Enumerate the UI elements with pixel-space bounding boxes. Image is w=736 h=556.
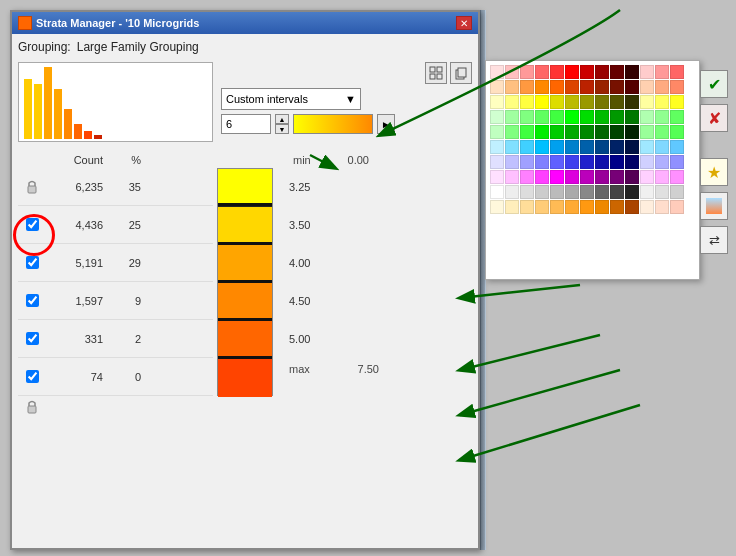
palette-cell[interactable] — [535, 80, 549, 94]
palette-cell[interactable] — [565, 65, 579, 79]
swap-btn[interactable]: ⇄ — [700, 226, 728, 254]
num-input[interactable] — [221, 114, 271, 134]
palette-cell[interactable] — [580, 95, 594, 109]
palette-cell[interactable] — [625, 185, 639, 199]
palette-cell[interactable] — [565, 155, 579, 169]
palette-cell[interactable] — [550, 95, 564, 109]
palette-cell[interactable] — [505, 200, 519, 214]
palette-cell[interactable] — [595, 65, 609, 79]
palette-cell[interactable] — [565, 95, 579, 109]
palette-cell[interactable] — [610, 80, 624, 94]
grid-icon-btn[interactable] — [425, 62, 447, 84]
palette-cell[interactable] — [655, 200, 669, 214]
palette-cell[interactable] — [580, 65, 594, 79]
palette-cell[interactable] — [505, 65, 519, 79]
palette-cell[interactable] — [610, 65, 624, 79]
check-green-btn[interactable]: ✔ — [700, 70, 728, 98]
palette-cell[interactable] — [490, 185, 504, 199]
palette-cell[interactable] — [565, 80, 579, 94]
palette-cell[interactable] — [520, 110, 534, 124]
palette-cell[interactable] — [550, 200, 564, 214]
palette-cell[interactable] — [580, 110, 594, 124]
palette-cell[interactable] — [655, 95, 669, 109]
palette-cell[interactable] — [550, 170, 564, 184]
spin-down-btn[interactable]: ▼ — [275, 124, 289, 134]
palette-cell[interactable] — [505, 125, 519, 139]
palette-cell[interactable] — [595, 95, 609, 109]
checkbox-input-1[interactable] — [26, 218, 39, 231]
row-checkbox-2[interactable] — [18, 256, 46, 269]
palette-cell[interactable] — [595, 125, 609, 139]
palette-cell[interactable] — [550, 125, 564, 139]
palette-cell[interactable] — [625, 65, 639, 79]
palette-cell[interactable] — [490, 155, 504, 169]
palette-cell[interactable] — [595, 200, 609, 214]
palette-cell[interactable] — [640, 95, 654, 109]
palette-cell[interactable] — [655, 65, 669, 79]
checkbox-input-2[interactable] — [26, 256, 39, 269]
palette-cell[interactable] — [625, 95, 639, 109]
palette-cell[interactable] — [640, 200, 654, 214]
palette-cell[interactable] — [595, 155, 609, 169]
palette-cell[interactable] — [655, 170, 669, 184]
palette-cell[interactable] — [490, 80, 504, 94]
palette-cell[interactable] — [625, 80, 639, 94]
palette-cell[interactable] — [670, 200, 684, 214]
palette-cell[interactable] — [490, 65, 504, 79]
palette-cell[interactable] — [550, 110, 564, 124]
spin-up-btn[interactable]: ▲ — [275, 114, 289, 124]
palette-cell[interactable] — [670, 125, 684, 139]
checkbox-input-5[interactable] — [26, 370, 39, 383]
palette-cell[interactable] — [610, 110, 624, 124]
color-arrow-btn[interactable]: ► — [377, 114, 395, 134]
palette-cell[interactable] — [565, 140, 579, 154]
palette-cell[interactable] — [580, 140, 594, 154]
palette-cell[interactable] — [490, 110, 504, 124]
gradient-btn[interactable] — [700, 192, 728, 220]
palette-cell[interactable] — [580, 170, 594, 184]
palette-cell[interactable] — [520, 200, 534, 214]
interval-dropdown[interactable]: Custom intervals ▼ — [221, 88, 361, 110]
palette-cell[interactable] — [610, 140, 624, 154]
palette-cell[interactable] — [550, 80, 564, 94]
palette-cell[interactable] — [505, 95, 519, 109]
palette-cell[interactable] — [535, 65, 549, 79]
palette-cell[interactable] — [520, 140, 534, 154]
palette-cell[interactable] — [625, 170, 639, 184]
palette-cell[interactable] — [535, 110, 549, 124]
palette-cell[interactable] — [625, 155, 639, 169]
palette-cell[interactable] — [655, 140, 669, 154]
palette-cell[interactable] — [640, 155, 654, 169]
palette-cell[interactable] — [595, 140, 609, 154]
palette-cell[interactable] — [610, 185, 624, 199]
palette-cell[interactable] — [520, 65, 534, 79]
palette-cell[interactable] — [655, 125, 669, 139]
palette-cell[interactable] — [565, 125, 579, 139]
palette-cell[interactable] — [535, 170, 549, 184]
palette-cell[interactable] — [610, 95, 624, 109]
palette-cell[interactable] — [655, 155, 669, 169]
palette-cell[interactable] — [595, 185, 609, 199]
palette-cell[interactable] — [520, 155, 534, 169]
palette-cell[interactable] — [655, 80, 669, 94]
palette-cell[interactable] — [565, 200, 579, 214]
palette-cell[interactable] — [565, 170, 579, 184]
palette-cell[interactable] — [520, 125, 534, 139]
palette-cell[interactable] — [580, 155, 594, 169]
palette-cell[interactable] — [670, 155, 684, 169]
palette-cell[interactable] — [670, 65, 684, 79]
palette-cell[interactable] — [670, 170, 684, 184]
palette-cell[interactable] — [550, 140, 564, 154]
palette-cell[interactable] — [505, 140, 519, 154]
palette-cell[interactable] — [550, 185, 564, 199]
palette-cell[interactable] — [670, 95, 684, 109]
palette-cell[interactable] — [595, 170, 609, 184]
row-checkbox-5[interactable] — [18, 370, 46, 383]
checkbox-input-3[interactable] — [26, 294, 39, 307]
palette-cell[interactable] — [640, 65, 654, 79]
palette-cell[interactable] — [505, 110, 519, 124]
row-checkbox-1[interactable] — [18, 218, 46, 231]
palette-cell[interactable] — [625, 140, 639, 154]
palette-cell[interactable] — [550, 155, 564, 169]
palette-cell[interactable] — [535, 155, 549, 169]
